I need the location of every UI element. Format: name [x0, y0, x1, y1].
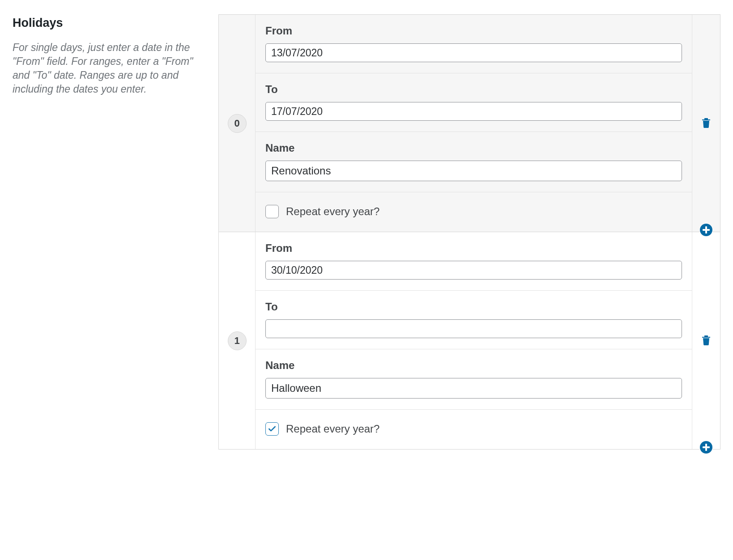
name-input[interactable]: [265, 161, 682, 181]
row-fields: From To Name Repeat every year?: [256, 232, 692, 449]
to-input[interactable]: [265, 319, 682, 338]
to-field-block: To: [256, 73, 692, 132]
repeat-checkbox[interactable]: [265, 422, 279, 436]
to-input[interactable]: [265, 102, 682, 121]
to-field-block: To: [256, 291, 692, 349]
repeat-label: Repeat every year?: [286, 423, 379, 435]
row-actions: [692, 232, 720, 449]
trash-icon: [701, 334, 712, 348]
section-title: Holidays: [13, 16, 209, 30]
to-label: To: [265, 83, 682, 96]
holidays-section: Holidays For single days, just enter a d…: [0, 0, 733, 560]
delete-row-button[interactable]: [701, 117, 712, 130]
trash-icon: [701, 117, 712, 130]
from-field-block: From: [256, 232, 692, 291]
name-field-block: Name: [256, 349, 692, 410]
repeat-block: Repeat every year?: [256, 192, 692, 232]
name-label: Name: [265, 359, 682, 372]
row-fields: From To Name Repeat every year?: [256, 15, 692, 232]
repeat-block: Repeat every year?: [256, 410, 692, 449]
row-index-badge: 0: [228, 114, 247, 133]
from-input[interactable]: [265, 261, 682, 280]
svg-rect-5: [703, 446, 710, 448]
name-field-block: Name: [256, 132, 692, 192]
plus-circle-icon: [699, 441, 713, 456]
row-index-cell: 1: [219, 232, 256, 449]
plus-circle-icon: [699, 223, 713, 238]
add-row-button[interactable]: [699, 223, 713, 238]
row-actions: [692, 15, 720, 232]
svg-rect-2: [703, 229, 710, 231]
add-row-button[interactable]: [699, 441, 713, 456]
from-field-block: From: [256, 15, 692, 73]
holiday-rows: 0 From To Name: [218, 14, 720, 450]
repeat-checkbox[interactable]: [265, 205, 279, 218]
to-label: To: [265, 301, 682, 313]
row-index-badge: 1: [228, 331, 247, 350]
row-index-cell: 0: [219, 15, 256, 232]
name-label: Name: [265, 142, 682, 154]
holiday-row: 0 From To Name: [219, 15, 720, 232]
delete-row-button[interactable]: [701, 334, 712, 348]
from-input[interactable]: [265, 43, 682, 62]
sidebar: Holidays For single days, just enter a d…: [13, 14, 218, 96]
section-help-text: For single days, just enter a date in th…: [13, 41, 209, 96]
from-label: From: [265, 242, 682, 255]
from-label: From: [265, 25, 682, 37]
name-input[interactable]: [265, 378, 682, 399]
repeat-label: Repeat every year?: [286, 205, 379, 218]
holiday-row: 1 From To Name: [219, 232, 720, 449]
